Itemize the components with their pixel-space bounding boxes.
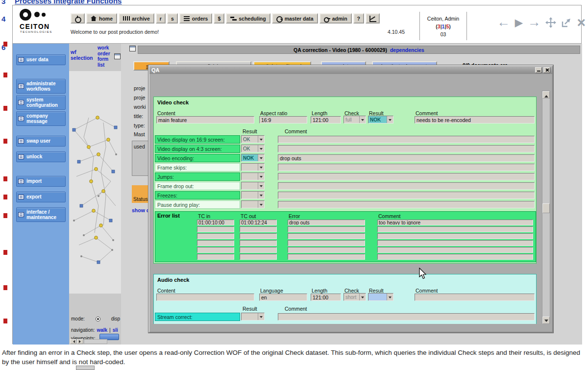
scheduling-button[interactable]: scheduling (226, 13, 270, 24)
close-icon[interactable]: × (577, 12, 586, 33)
scroll-up-icon[interactable] (542, 91, 550, 99)
scrollbar-track[interactable] (84, 339, 107, 344)
window-mini-icon[interactable] (129, 46, 136, 51)
home-button[interactable]: home (86, 13, 117, 24)
chevron-down-icon[interactable] (258, 182, 264, 189)
forward-arrow-icon[interactable]: → (527, 13, 540, 32)
result-select[interactable] (241, 313, 265, 321)
chevron-down-icon[interactable] (387, 294, 393, 300)
tc-in-input[interactable] (197, 233, 234, 239)
window-mini-icon[interactable] (114, 53, 121, 59)
check-select[interactable]: short (343, 293, 366, 301)
comment-input[interactable] (278, 164, 535, 171)
r-button[interactable]: r (156, 13, 166, 24)
comment-input[interactable] (377, 233, 533, 239)
content-input[interactable] (156, 116, 254, 123)
language-input[interactable] (259, 294, 307, 301)
archive-button[interactable]: archive (119, 13, 154, 24)
nav-walk-link[interactable]: walk (97, 327, 107, 333)
scroll-down-icon[interactable] (542, 317, 550, 324)
tc-out-input[interactable] (240, 254, 277, 260)
result-select[interactable] (241, 182, 265, 190)
dollar-button[interactable]: $ (214, 13, 224, 24)
result-select[interactable] (241, 200, 265, 208)
minimize-icon[interactable] (535, 67, 542, 73)
sidebar-item-company-message[interactable]: company message (16, 111, 66, 126)
tc-in-input[interactable] (197, 254, 234, 260)
result-select[interactable] (241, 173, 265, 180)
aspect-ratio-input[interactable] (259, 116, 307, 123)
scrollbar-thumb[interactable] (542, 203, 550, 213)
error-input[interactable] (288, 220, 365, 225)
sidebar-item-user-data[interactable]: user data (16, 54, 66, 65)
comment-input[interactable] (278, 173, 535, 180)
nav-slide-link[interactable]: sli (113, 327, 118, 333)
scroll-right-icon[interactable] (77, 339, 83, 344)
comment-input[interactable] (278, 201, 535, 208)
tc-out-input[interactable] (240, 247, 277, 253)
length-input[interactable] (311, 294, 341, 301)
tc-out-input[interactable] (240, 226, 277, 232)
scroll-left-icon[interactable] (70, 339, 76, 344)
mode-radio[interactable] (96, 317, 100, 321)
chevron-down-icon[interactable] (258, 313, 264, 320)
play-arrow-icon[interactable]: ▶ (515, 16, 522, 29)
tc-in-input[interactable] (197, 226, 234, 232)
comment-input[interactable] (278, 192, 535, 199)
orders-button[interactable]: orders (179, 13, 213, 24)
tc-out-input[interactable] (240, 240, 277, 246)
chevron-down-icon[interactable] (258, 201, 264, 208)
tc-out-input[interactable] (240, 233, 277, 239)
comment-input[interactable] (278, 313, 535, 321)
error-input[interactable] (288, 233, 365, 239)
tc-in-input[interactable] (197, 247, 234, 253)
comment-input[interactable] (278, 182, 535, 190)
tc-in-input[interactable] (197, 240, 234, 246)
tab-wf-selection[interactable]: wf selection (71, 49, 96, 61)
result-select[interactable]: NOK (368, 116, 393, 123)
s-button[interactable]: s (167, 13, 178, 24)
result-select[interactable] (241, 191, 265, 199)
pop-out-icon[interactable] (561, 17, 572, 28)
chevron-down-icon[interactable] (258, 192, 264, 198)
chart-button[interactable] (366, 13, 380, 24)
error-input[interactable] (288, 240, 365, 246)
result-select[interactable]: OK (241, 135, 265, 143)
chevron-down-icon[interactable] (359, 116, 366, 123)
chevron-down-icon[interactable] (258, 173, 264, 180)
error-input[interactable] (288, 254, 365, 260)
help-button[interactable]: ? (353, 13, 364, 24)
chevron-down-icon[interactable] (258, 136, 264, 143)
error-input[interactable] (288, 247, 365, 253)
result-select[interactable]: NOK (241, 154, 265, 162)
horizontal-scrollbar[interactable] (70, 339, 107, 344)
comment-input[interactable] (415, 116, 535, 123)
dependencies-link[interactable]: dependencies (390, 47, 424, 53)
comment-input[interactable] (278, 136, 535, 143)
dialog-title-bar[interactable]: QA (149, 66, 552, 74)
workflow-diagram[interactable] (69, 71, 121, 294)
comment-input[interactable] (377, 220, 533, 225)
master-data-button[interactable]: master data (272, 13, 318, 24)
sidebar-item-system-configuration[interactable]: system configuration (16, 95, 66, 110)
sidebar-item-administrate-workflows[interactable]: administrate workflows (16, 79, 66, 94)
comment-input[interactable] (377, 254, 533, 260)
chevron-down-icon[interactable] (387, 116, 393, 123)
show-comments-link[interactable]: show c (132, 207, 149, 213)
comment-input[interactable] (377, 240, 533, 246)
sidebar-item-unlock[interactable]: unlock (16, 151, 66, 162)
tab-work-order-form-list[interactable]: work order form list (98, 45, 114, 68)
comment-input[interactable] (278, 154, 535, 162)
result-select[interactable]: OK (241, 145, 265, 152)
length-input[interactable] (311, 116, 341, 123)
comment-input[interactable] (415, 294, 535, 301)
sidebar-item-interface-maintenance[interactable]: interface / maintenance (16, 207, 66, 222)
check-select[interactable]: full (343, 116, 366, 123)
sidebar-item-export[interactable]: export (16, 192, 66, 202)
comment-input[interactable] (377, 226, 533, 232)
result-select[interactable] (241, 163, 265, 171)
tc-out-input[interactable] (240, 220, 277, 225)
comment-input[interactable] (278, 145, 535, 152)
error-input[interactable] (288, 226, 365, 232)
result-select[interactable] (368, 293, 393, 301)
